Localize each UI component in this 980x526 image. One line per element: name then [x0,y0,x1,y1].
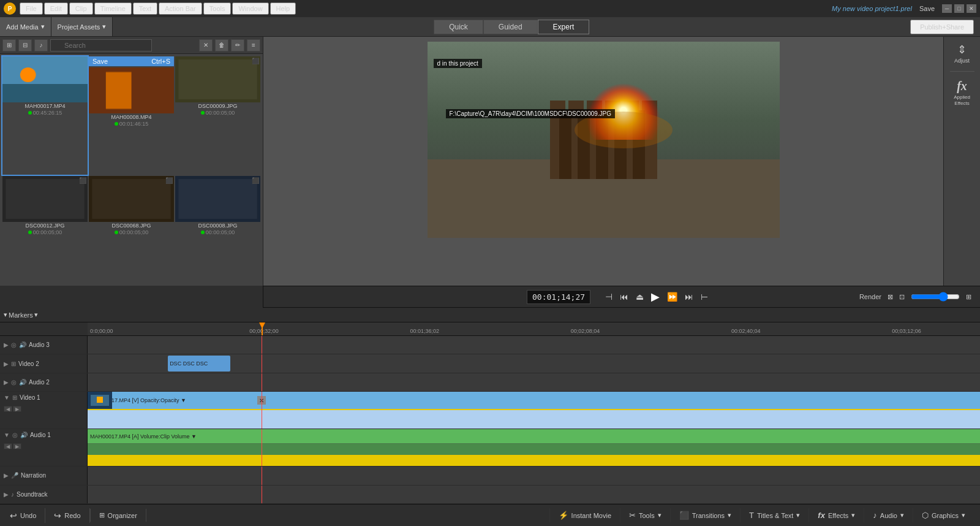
track-expand-video1[interactable]: ▼ [4,394,10,401]
media-item-5[interactable]: ⬛ DSC00068.JPG 00:00:05;00 [89,176,174,283]
panel-delete-button[interactable]: 🗑 [215,39,228,51]
media-name-1: MAH00017.MP4 [2,102,88,110]
video1-prev-btn[interactable]: ◀ [4,406,12,412]
track-name-video2: Video 2 [18,360,39,367]
render-label: Render [859,293,881,300]
menu-text[interactable]: Text [133,2,157,15]
organizer-button[interactable]: ⊞ Organizer [90,509,146,522]
ruler-content[interactable]: 0:0;00;00 00;00;32;00 00:01;36;02 00;02;… [88,322,980,335]
audio1-prev-btn[interactable]: ◀ [4,443,12,449]
zoom-fit-button[interactable]: ⊠ [885,292,895,302]
right-panel: ⇕ Adjust fx AppliedEffects [943,37,980,286]
track-narration: ▶ 🎤 Narration [0,467,980,485]
track-label-audio3: ▶ ◎ 🔊 Audio 3 [0,336,88,354]
publish-share-button[interactable]: Publish+Share [910,20,974,34]
track-icon-vol-audio1: 🔊 [20,432,28,438]
panel-remove-button[interactable]: ✕ [199,39,213,51]
menu-window[interactable]: Window [232,2,268,15]
play-button[interactable]: ▶ [649,289,662,305]
media-duration-6: 00:00:05;00 [175,229,260,235]
media-name-6: DSC00008.JPG [175,222,260,229]
track-expand-audio1[interactable]: ▼ [4,432,10,438]
effects-button[interactable]: fx Effects ▾ [809,508,864,522]
track-expand-soundtrack[interactable]: ▶ [4,491,9,498]
media-name-4: DSC00012.JPG [2,222,88,229]
save-button[interactable]: Save [919,5,935,12]
mode-expert[interactable]: Expert [538,20,590,34]
step-back-button[interactable]: ⏏ [633,291,646,303]
audio1-top-bar[interactable]: MAH00017.MP4 [A] Volume:Clip Volume ▼ [88,429,980,444]
minimize-button[interactable]: ─ [942,4,952,13]
transitions-button[interactable]: ⬛ Transitions ▾ [670,508,740,522]
menu-clip[interactable]: Clip [69,2,93,15]
add-media-button[interactable]: Add Media ▾ [0,17,51,36]
redo-icon: ↪ [54,511,61,520]
clip-dsc-video2[interactable]: DSC DSC DSC [168,356,230,371]
menu-help[interactable]: Help [270,2,296,15]
effects-label: Effects [828,512,848,519]
track-expand-video2[interactable]: ▶ [4,360,9,367]
project-assets-button[interactable]: Project Assets ▾ [51,17,113,36]
media-item-4[interactable]: ⬛ DSC00012.JPG 00:00:05;00 [2,176,88,283]
track-content-audio1: MAH00017.MP4 [A] Volume:Clip Volume ▼ [88,429,980,466]
media-duration-3: 00:00:05;00 [175,110,260,116]
trim-out-button[interactable]: ⊢ [698,291,710,303]
go-to-end-button[interactable]: ⏭ [682,291,696,303]
media-item-6[interactable]: ⬛ DSC00008.JPG 00:00:05;00 [175,176,260,283]
maximize-button[interactable]: □ [954,4,964,13]
render-zoom: ⊠ ⊡ [885,292,907,302]
media-item-1[interactable]: MAH00017.MP4 00:45:26:15 [2,56,88,175]
menu-edit[interactable]: Edit [44,2,68,15]
search-input[interactable] [50,39,152,51]
track-expand-audio3[interactable]: ▶ [4,341,9,348]
audio-icon: ♪ [873,511,877,520]
menu-tools[interactable]: Tools [203,2,232,15]
track-sub-controls-audio1: ◀ ▶ [4,443,21,449]
track-content-audio3 [88,336,980,354]
menu-file[interactable]: File [20,2,43,15]
panel-audio-view[interactable]: ♪ [34,39,48,51]
go-to-start-button[interactable]: ⏮ [617,291,631,303]
mode-quick[interactable]: Quick [434,20,483,34]
titles-text-button[interactable]: T Titles & Text ▾ [740,508,809,522]
close-button[interactable]: ✕ [967,4,976,13]
track-expand-audio2[interactable]: ▶ [4,379,9,386]
track-expand-narration[interactable]: ▶ [4,472,9,479]
panel-grid-view[interactable]: ⊞ [2,39,16,51]
instant-movie-button[interactable]: ⚡ Instant Movie [549,508,620,522]
fx-icon: fx [957,79,967,93]
mode-guided[interactable]: Guided [483,20,538,34]
trim-in-button[interactable]: ⊣ [603,291,615,303]
fullscreen-button[interactable]: ⊞ [963,292,974,302]
menu-timeline[interactable]: Timeline [94,2,132,15]
step-forward-button[interactable]: ⏩ [665,291,680,303]
track-audio2: ▶ ◎ 🔊 Audio 2 [0,373,980,392]
track-icon-video2: ⊞ [11,360,16,367]
undo-icon: ↩ [10,511,17,520]
undo-button[interactable]: ↩ Undo [6,508,45,523]
zoom-slider[interactable] [911,292,960,302]
panel-list-view[interactable]: ⊟ [18,39,32,51]
video1-next-btn[interactable]: ▶ [13,406,21,412]
markers-button[interactable]: ▾ Markers ▾ [4,311,38,319]
adjust-tool[interactable]: ⇕ Adjust [952,37,972,70]
media-item-2[interactable]: Save Ctrl+S MAH00008.MP4 00:01:46:15 [89,56,174,175]
zoom-fill-button[interactable]: ⊡ [897,292,907,302]
track-icon-video1: ⊞ [12,394,17,401]
audio-button[interactable]: ♪ Audio ▾ [864,508,913,522]
panel-settings-button[interactable]: ✏ [231,39,244,51]
applied-effects-tool[interactable]: fx AppliedEffects [951,73,973,112]
redo-button[interactable]: ↪ Redo [45,508,89,523]
track-name-audio3: Audio 3 [29,341,50,348]
audio1-next-btn[interactable]: ▶ [13,443,21,449]
media-item-3[interactable]: ⬛ DSC00009.JPG 00:00:05;00 [175,56,260,175]
panel-more-button[interactable]: ≡ [247,39,260,51]
track-video2: ▶ ⊞ Video 2 DSC DSC DSC [0,354,980,373]
timecode-display[interactable]: 00:01;14;27 [527,290,590,304]
media-duration-5: 00:00:05;00 [89,229,174,235]
toolbar: Add Media ▾ Project Assets ▾ Quick Guide… [0,17,980,37]
video1-clip-bar[interactable]: MAH00017.MP4 [V] Opacity:Opacity ▼ ✕ [88,392,980,410]
tools-button[interactable]: ✂ Tools ▾ [620,508,670,522]
menu-actionbar[interactable]: Action Bar [159,2,202,15]
graphics-button[interactable]: ⬡ Graphics ▾ [913,508,974,522]
